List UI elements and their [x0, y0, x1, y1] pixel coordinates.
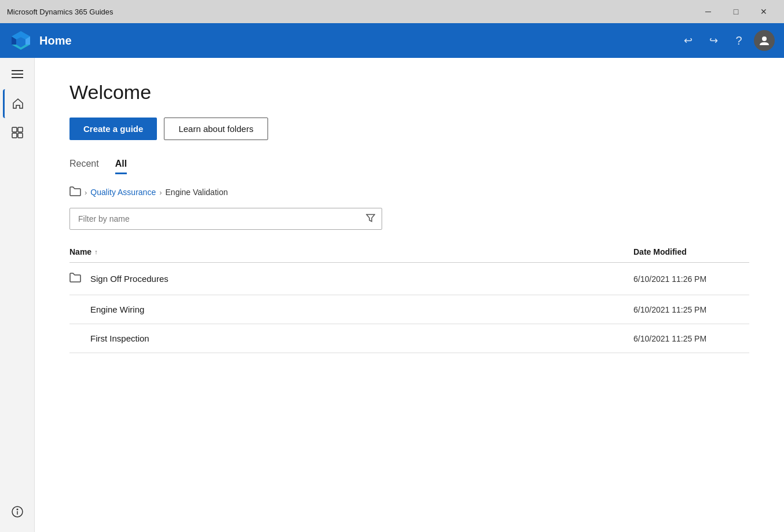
column-header-name[interactable]: Name ↑ [69, 247, 633, 256]
help-button[interactable]: ? [728, 30, 749, 51]
user-icon [759, 35, 770, 46]
close-button[interactable]: ✕ [750, 3, 777, 20]
app-title: Microsoft Dynamics 365 Guides [7, 8, 113, 16]
filter-input-wrapper [69, 208, 382, 230]
folder-icon [69, 186, 81, 196]
sidebar-item-info[interactable] [3, 497, 32, 526]
app-logo [9, 29, 32, 52]
column-name-label: Name [69, 247, 91, 256]
app-bar-left: Home [9, 29, 72, 52]
user-avatar-button[interactable] [754, 30, 775, 51]
breadcrumb-chevron-2: › [159, 188, 162, 197]
table-row[interactable]: Engine Wiring 6/10/2021 11:25 PM [69, 295, 749, 324]
content-tabs: Recent All [69, 159, 749, 174]
row-date-cell: 6/10/2021 11:26 PM [633, 274, 749, 284]
table-header: Name ↑ Date Modified [69, 241, 749, 263]
menu-line [12, 77, 23, 78]
breadcrumb-item-qa[interactable]: Quality Assurance [90, 188, 156, 197]
app-bar: Home ↩ ↪ ? [0, 23, 784, 58]
table-row[interactable]: First Inspection 6/10/2021 11:25 PM [69, 324, 749, 353]
home-icon [12, 97, 24, 110]
action-buttons: Create a guide Learn about folders [69, 118, 749, 140]
svg-point-5 [762, 36, 767, 41]
table-row[interactable]: Sign Off Procedures 6/10/2021 11:26 PM [69, 263, 749, 295]
app-bar-title: Home [39, 34, 72, 47]
breadcrumb: › Quality Assurance › Engine Validation [69, 186, 749, 199]
info-icon [11, 505, 24, 518]
svg-point-12 [17, 509, 18, 510]
folder-row-icon [69, 272, 83, 285]
sidebar-item-home[interactable] [3, 89, 32, 118]
svg-rect-7 [18, 127, 23, 132]
main-layout: Welcome Create a guide Learn about folde… [0, 58, 784, 532]
sidebar [0, 58, 35, 532]
redo-button[interactable]: ↪ [703, 30, 724, 51]
row-name-label: Sign Off Procedures [90, 274, 168, 284]
filter-container [69, 208, 749, 230]
filter-input[interactable] [69, 208, 382, 230]
breadcrumb-chevron-1: › [85, 188, 87, 197]
funnel-icon [366, 214, 375, 223]
menu-line [12, 74, 23, 75]
maximize-button[interactable]: □ [723, 3, 749, 20]
svg-rect-6 [12, 127, 17, 132]
row-date-cell: 6/10/2021 11:25 PM [633, 305, 749, 314]
analytics-icon [11, 126, 24, 139]
sort-asc-icon: ↑ [94, 248, 98, 255]
app-bar-right: ↩ ↪ ? [677, 30, 775, 51]
learn-folders-button[interactable]: Learn about folders [164, 118, 268, 140]
row-name-label: Engine Wiring [90, 304, 144, 314]
minimize-button[interactable]: ─ [695, 3, 721, 20]
tab-all[interactable]: All [115, 159, 127, 174]
menu-line [12, 70, 23, 71]
window-controls: ─ □ ✕ [695, 3, 777, 20]
row-name-label: First Inspection [90, 333, 149, 343]
row-name-cell: Sign Off Procedures [69, 272, 633, 285]
svg-rect-9 [18, 133, 23, 138]
page-title: Welcome [69, 81, 749, 104]
filter-icon[interactable] [366, 214, 375, 225]
tab-recent[interactable]: Recent [69, 159, 99, 174]
data-table: Name ↑ Date Modified Sign Off Procedures… [69, 241, 749, 353]
row-name-cell: First Inspection [69, 333, 633, 343]
create-guide-button[interactable]: Create a guide [69, 118, 157, 140]
row-name-cell: Engine Wiring [69, 304, 633, 314]
content-area: Welcome Create a guide Learn about folde… [35, 58, 784, 532]
sidebar-bottom [3, 497, 32, 526]
title-bar: Microsoft Dynamics 365 Guides ─ □ ✕ [0, 0, 784, 23]
column-header-date[interactable]: Date Modified [633, 247, 749, 256]
folder-icon [69, 272, 81, 282]
row-date-cell: 6/10/2021 11:25 PM [633, 334, 749, 343]
hamburger-menu-button[interactable] [6, 64, 29, 85]
undo-button[interactable]: ↩ [677, 30, 698, 51]
sidebar-item-analytics[interactable] [3, 118, 32, 147]
breadcrumb-item-ev: Engine Validation [166, 188, 228, 197]
breadcrumb-folder-icon[interactable] [69, 186, 81, 199]
svg-rect-8 [12, 133, 17, 138]
